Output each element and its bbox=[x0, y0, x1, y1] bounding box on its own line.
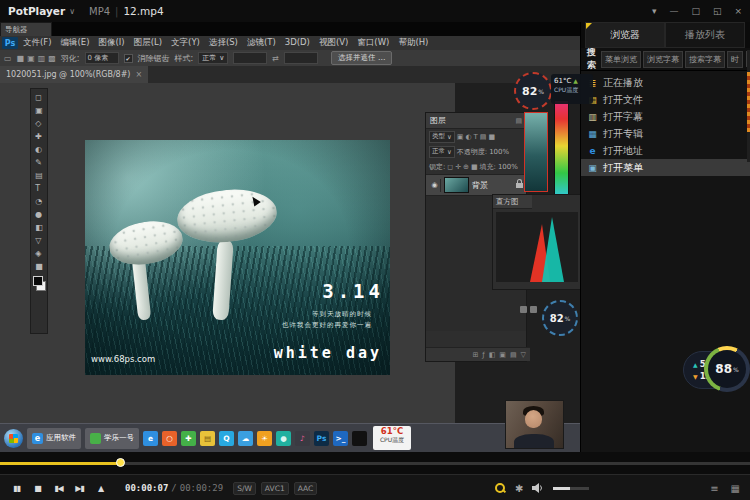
ps-tool-icon-8[interactable]: ◔ bbox=[35, 195, 43, 208]
browse-subtitle-tab[interactable]: 浏览字幕 bbox=[643, 51, 683, 68]
app-title[interactable]: PotPlayer bbox=[8, 5, 65, 17]
ps-tool-icon-6[interactable]: ▤ bbox=[35, 169, 43, 182]
selection-mode-icon-1[interactable]: ▣ bbox=[27, 54, 35, 63]
volume-slider[interactable] bbox=[553, 487, 589, 490]
search-subtitle-tab[interactable]: 搜索字幕 bbox=[685, 51, 725, 68]
style-select[interactable]: 正常 ∨ bbox=[198, 52, 228, 64]
webcam-overlay[interactable] bbox=[505, 400, 564, 449]
layers-footer-icon-5[interactable]: ▽ bbox=[521, 351, 526, 359]
filter-kind-icon-0[interactable]: ▣ bbox=[457, 133, 464, 141]
ps-menu-5[interactable]: 选择(S) bbox=[209, 37, 238, 49]
ps-tool-icon-11[interactable]: ▽ bbox=[35, 234, 43, 247]
ps-menu-8[interactable]: 视图(V) bbox=[319, 37, 348, 49]
black-app-icon[interactable] bbox=[352, 431, 367, 446]
ps-tool-icon-2[interactable]: ◇ bbox=[35, 117, 43, 130]
blend-mode-select[interactable]: 正常 ∨ bbox=[429, 146, 455, 158]
ps-tool-icon-7[interactable]: T bbox=[35, 182, 43, 195]
weather-icon[interactable]: ☀ bbox=[257, 431, 272, 446]
ps-menu-0[interactable]: 文件(F) bbox=[23, 37, 52, 49]
layers-footer-icon-3[interactable]: ▣ bbox=[499, 351, 506, 359]
tab-browser[interactable]: 浏览器 bbox=[585, 22, 665, 48]
folder-icon[interactable]: ▤ bbox=[200, 431, 215, 446]
ps-menu-1[interactable]: 编辑(E) bbox=[61, 37, 90, 49]
mini-icon[interactable] bbox=[530, 306, 537, 313]
ps-menu-2[interactable]: 图像(I) bbox=[99, 37, 125, 49]
panel-menu-icon[interactable]: ▤ bbox=[515, 117, 522, 125]
ps-tool-icon-3[interactable]: ✚ bbox=[35, 130, 43, 143]
security-icon[interactable]: ✚ bbox=[181, 431, 196, 446]
open-media-button[interactable]: ▲ bbox=[90, 484, 111, 493]
layers-footer-icon-2[interactable]: ◧ bbox=[489, 351, 496, 359]
photoshop-icon[interactable]: Ps bbox=[314, 431, 329, 446]
cpu-temperature-overlay[interactable]: 61°C▲ CPU温度 bbox=[551, 74, 593, 104]
tab-playlist[interactable]: 播放列表 bbox=[665, 22, 745, 48]
navigator-preview-thumbnail[interactable] bbox=[524, 112, 548, 192]
color-swatches[interactable] bbox=[33, 276, 46, 291]
layer-filter-select[interactable]: 类型 ∨ bbox=[429, 131, 455, 143]
fill-value[interactable]: 100% bbox=[498, 163, 518, 171]
selection-mode-icon-0[interactable]: ■ bbox=[17, 54, 25, 63]
filter-kind-icon-1[interactable]: ◐ bbox=[465, 133, 471, 141]
fullscreen-button[interactable]: ◱ bbox=[713, 6, 722, 16]
ps-tool-icon-13[interactable]: ■ bbox=[35, 260, 43, 273]
music-icon[interactable]: ♪ bbox=[295, 431, 310, 446]
terminal-icon[interactable]: >_ bbox=[333, 431, 348, 446]
close-icon[interactable]: × bbox=[135, 70, 142, 79]
sidebar-item-1[interactable]: ▤打开文件 bbox=[581, 91, 750, 108]
swap-icon[interactable]: ⇄ bbox=[272, 54, 279, 63]
sidebar-item-3[interactable]: ▦打开专辑 bbox=[581, 125, 750, 142]
layers-footer-icon-0[interactable]: ⊞ bbox=[472, 351, 478, 359]
cpu-usage-gauge[interactable]: 82 % bbox=[514, 72, 552, 110]
taskbar-window-button-1[interactable]: e 应用软件 bbox=[27, 428, 81, 449]
layer-visibility-eye-icon[interactable]: ◉ bbox=[429, 179, 441, 192]
histogram-tab[interactable]: 直方图 bbox=[493, 195, 532, 209]
selection-mode-icon-2[interactable]: ▥ bbox=[38, 54, 46, 63]
menu-browse-tab[interactable]: 菜单浏览 bbox=[601, 51, 641, 68]
previous-button[interactable]: ▮◀ bbox=[48, 484, 69, 493]
width-input[interactable] bbox=[233, 52, 267, 64]
browser-icon[interactable]: ○ bbox=[162, 431, 177, 446]
sidebar-item-4[interactable]: e打开地址 bbox=[581, 142, 750, 159]
maximize-button[interactable]: □ bbox=[691, 6, 700, 16]
pause-button[interactable]: ▮▮ bbox=[6, 484, 27, 493]
ps-tool-icon-5[interactable]: ✎ bbox=[35, 156, 43, 169]
ps-tool-icon-9[interactable]: ● bbox=[35, 208, 43, 221]
layers-tab[interactable]: 图层 bbox=[430, 115, 446, 126]
ps-menu-3[interactable]: 图层(L) bbox=[134, 37, 162, 49]
sidebar-item-0[interactable]: ≣正在播放 bbox=[581, 74, 750, 91]
ps-menu-7[interactable]: 3D(D) bbox=[285, 37, 310, 49]
feather-input[interactable]: 0 像素 bbox=[85, 52, 119, 64]
mini-icon[interactable] bbox=[520, 306, 527, 313]
sidebar-item-2[interactable]: ▥打开字幕 bbox=[581, 108, 750, 125]
search-icon[interactable] bbox=[495, 483, 506, 494]
lock-kind-icon-1[interactable]: ✛ bbox=[455, 163, 461, 171]
foreground-color-swatch[interactable] bbox=[33, 276, 43, 286]
ie-icon[interactable]: e bbox=[143, 431, 158, 446]
video-display-area[interactable]: Ps 文件(F)编辑(E)图像(I)图层(L)文字(Y)选择(S)滤镜(T)3D… bbox=[0, 22, 580, 452]
layers-footer-icon-1[interactable]: ƒ bbox=[482, 351, 484, 359]
control-panel-icon[interactable]: ▦ bbox=[731, 483, 740, 494]
cloud-icon[interactable]: ☁ bbox=[238, 431, 253, 446]
antialias-checkbox[interactable]: ✔ bbox=[124, 54, 133, 63]
ps-tool-icon-12[interactable]: ◈ bbox=[35, 247, 43, 260]
document-tab[interactable]: 1020051.jpg @ 100%(RGB/8#) × bbox=[0, 66, 148, 83]
taskbar-window-button-2[interactable]: 学乐一号 bbox=[85, 428, 139, 449]
network-usage-gauge[interactable]: 88 % bbox=[704, 346, 750, 392]
ps-menu-10[interactable]: 帮助(H) bbox=[398, 37, 428, 49]
filter-kind-icon-3[interactable]: ▤ bbox=[480, 133, 487, 141]
select-and-mask-button[interactable]: 选择并遮住 … bbox=[331, 51, 392, 65]
playlist-menu-icon[interactable]: ≡ bbox=[710, 483, 718, 494]
ps-menu-6[interactable]: 滤镜(T) bbox=[247, 37, 276, 49]
always-on-top-button[interactable]: ▾ bbox=[652, 6, 657, 16]
wrench-icon[interactable]: ✱ bbox=[515, 483, 523, 494]
cpu-temperature-widget[interactable]: 61°C CPU温度 bbox=[373, 426, 411, 450]
ps-tool-icon-1[interactable]: ▣ bbox=[35, 104, 43, 117]
opacity-value[interactable]: 100% bbox=[489, 148, 509, 156]
search-label[interactable]: 搜索 bbox=[587, 46, 596, 72]
ps-tool-icon-0[interactable]: ◻ bbox=[35, 91, 43, 104]
stop-button[interactable]: ■ bbox=[27, 484, 48, 493]
filter-kind-icon-2[interactable]: T bbox=[474, 133, 478, 141]
time-tab[interactable]: 时 bbox=[727, 51, 743, 68]
seek-handle[interactable] bbox=[116, 458, 125, 467]
background-layer-row[interactable]: ◉ 背景 bbox=[426, 174, 526, 196]
